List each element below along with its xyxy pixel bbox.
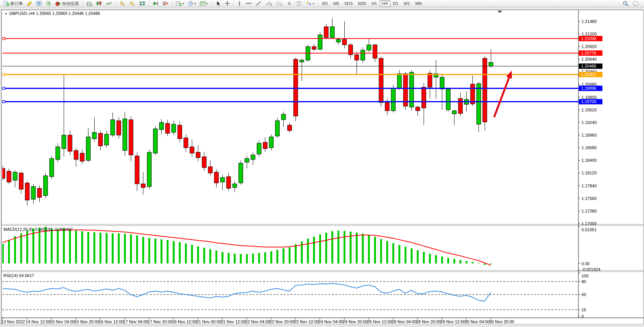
- rsi-indicator-label: RSI(14) 54.5617: [3, 273, 34, 278]
- macd-histogram-bar: [93, 232, 95, 264]
- date-tick-label: 30 Nov 04:00: [465, 319, 490, 324]
- macd-histogram-bar: [124, 234, 126, 263]
- date-tick-label: 15 Nov 20:00: [74, 319, 99, 324]
- macd-histogram-bar: [374, 237, 376, 264]
- macd-histogram-bar: [197, 246, 199, 264]
- candle-body-bear: [37, 188, 42, 198]
- macd-histogram-bar: [106, 233, 108, 264]
- date-tick-label: 24 Nov 04:00: [318, 319, 343, 324]
- candle-body-bull: [391, 88, 395, 111]
- rsi-tick-label: 50: [581, 292, 586, 297]
- price-tick-label: 1.18400: [581, 158, 597, 163]
- macd-histogram-bar: [69, 229, 71, 263]
- candle-body-bear: [214, 172, 218, 183]
- macd-histogram-bar: [167, 240, 169, 264]
- candle-body-bear: [184, 138, 188, 148]
- candle-body-bull: [62, 135, 66, 149]
- candle-body-bear: [373, 45, 377, 58]
- macd-histogram-bar: [405, 246, 406, 263]
- candle-body-bull: [397, 74, 401, 88]
- candle-body-bear: [25, 183, 29, 200]
- candle-body-bear: [178, 125, 182, 139]
- hline-anchor[interactable]: [3, 73, 5, 76]
- date-tick-label: 22 Nov 04:00: [245, 319, 270, 324]
- macd-tick-label: -0.001924: [581, 267, 601, 272]
- hline-anchor[interactable]: [3, 87, 5, 89]
- horizontal-scrollbar[interactable]: [0, 324, 644, 327]
- hline-anchor[interactable]: [3, 37, 5, 40]
- candle-body-bear: [74, 150, 78, 159]
- candle-body-bear: [287, 125, 292, 130]
- rsi-tick-label: 80: [581, 279, 586, 284]
- candle-body-bull: [13, 172, 17, 180]
- macd-histogram-bar: [362, 234, 364, 263]
- symbol-title-text: GBPUSD-,H4 1.20565 1.20860 1.20446 1.204…: [9, 11, 100, 16]
- macd-tick-label: 0.01051: [581, 227, 597, 232]
- macd-histogram-bar: [142, 237, 144, 264]
- macd-histogram-bar: [459, 260, 461, 263]
- candle-body-bull: [361, 50, 365, 60]
- candle-body-bull: [300, 60, 304, 62]
- collapse-triangle-icon[interactable]: ▼: [5, 12, 8, 16]
- hline-anchor[interactable]: [3, 100, 5, 103]
- macd-histogram-bar: [276, 250, 278, 264]
- candle-body-bull: [159, 122, 164, 130]
- macd-histogram-bar: [490, 264, 492, 264]
- price-tick-label: 1.21480: [581, 19, 597, 24]
- date-tick-label: 16 Nov 12:00: [99, 319, 124, 324]
- macd-histogram-bar: [203, 248, 205, 263]
- date-tick-label: 28 Nov 20:00: [416, 319, 441, 324]
- macd-histogram-bar: [75, 230, 77, 263]
- candle-body-bear: [190, 147, 194, 153]
- candle-body-bull: [104, 134, 109, 145]
- candle-body-bull: [330, 27, 334, 37]
- date-tick-label: 29 Nov 12:00: [440, 319, 465, 324]
- price-badge-label: 1.19996: [581, 86, 596, 90]
- candle-body-bear: [19, 173, 23, 189]
- candle-body-bear: [312, 47, 316, 49]
- price-tick-label: 1.17280: [581, 209, 597, 213]
- macd-histogram-bar: [20, 234, 22, 264]
- macd-histogram-bar: [356, 233, 358, 264]
- macd-histogram-bar: [222, 252, 223, 263]
- price-tick-label: 1.21200: [581, 32, 597, 36]
- candle-body-bull: [92, 132, 96, 139]
- macd-histogram-bar: [8, 240, 10, 264]
- macd-histogram-bar: [252, 254, 254, 264]
- macd-histogram-bar: [148, 238, 150, 263]
- macd-histogram-bar: [136, 235, 138, 263]
- chart-canvas[interactable]: 1.214801.212001.209201.206401.203601.200…: [0, 0, 644, 327]
- candle-body-bear: [342, 39, 347, 45]
- price-tick-label: 1.17000: [581, 221, 597, 226]
- price-badge-label: 1.20486: [581, 64, 596, 68]
- macd-histogram-bar: [209, 249, 211, 264]
- macd-histogram-bar: [57, 229, 59, 264]
- macd-histogram-bar: [179, 242, 181, 264]
- candle-body-bear: [379, 58, 383, 103]
- macd-histogram-bar: [398, 245, 400, 264]
- candle-body-bear: [208, 167, 212, 173]
- date-tick-label: 23 Nov 12:00: [294, 319, 319, 324]
- chart-window[interactable]: 1.214801.212001.209201.206401.203601.200…: [1, 10, 643, 324]
- candle-body-bear: [416, 107, 420, 111]
- price-tick-label: 1.17840: [581, 184, 597, 188]
- candle-body-bear: [202, 157, 206, 168]
- candle-body-bear: [226, 177, 231, 188]
- candle-body-bull: [251, 155, 255, 159]
- candle-body-bull: [31, 187, 35, 199]
- date-tick-label: 22 Nov 20:00: [270, 319, 294, 324]
- candle-body-bull: [446, 89, 450, 110]
- candle-body-bull: [318, 35, 322, 49]
- candle-body-bear: [385, 103, 389, 111]
- candle-body-bull: [257, 143, 261, 154]
- candle-body-bear: [80, 153, 84, 161]
- macd-histogram-bar: [87, 232, 89, 264]
- candle-body-bull: [281, 114, 286, 120]
- macd-histogram-bar: [295, 244, 297, 264]
- macd-histogram-bar: [130, 234, 132, 263]
- candle-body-bear: [98, 133, 103, 146]
- chart-window-frame: [2, 10, 644, 324]
- macd-histogram-bar: [51, 229, 53, 264]
- macd-histogram-bar: [289, 247, 291, 263]
- date-tick-label: 25 Nov 12:00: [367, 319, 392, 324]
